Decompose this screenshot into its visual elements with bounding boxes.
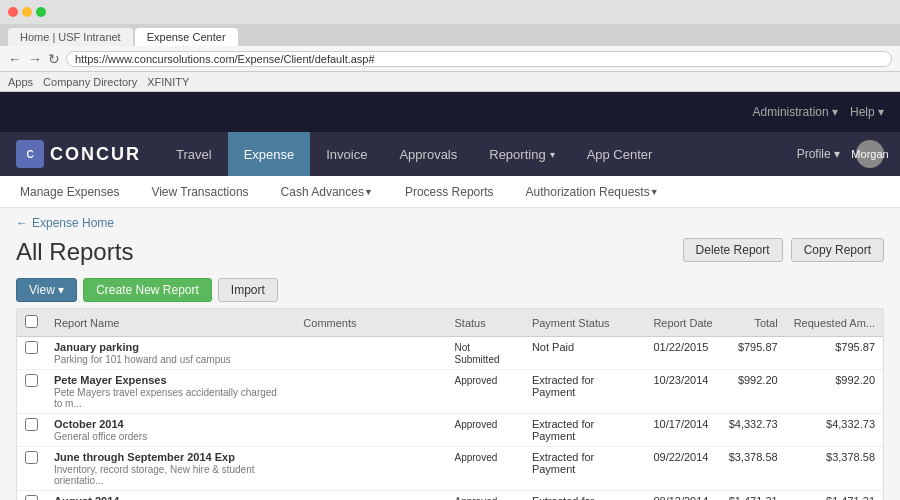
page-title: All Reports (16, 238, 133, 266)
view-button[interactable]: View ▾ (16, 278, 77, 302)
tab-home[interactable]: Home | USF Intranet (8, 28, 133, 46)
copy-report-button[interactable]: Copy Report (791, 238, 884, 262)
row-checkbox-0[interactable] (25, 341, 38, 354)
back-arrow-icon: ← (16, 216, 28, 230)
bookmark-xfinity[interactable]: XFINITY (147, 76, 189, 88)
row-checkbox-3[interactable] (25, 451, 38, 464)
window-controls (8, 7, 46, 17)
row-checkbox-cell (17, 447, 46, 491)
nav-travel[interactable]: Travel (160, 132, 228, 176)
toolbar: View ▾ Create New Report Import (0, 274, 900, 308)
row-payment-status-cell-4: Extracted for Payment (524, 491, 645, 501)
nav-app-center[interactable]: App Center (571, 132, 669, 176)
row-checkbox-cell (17, 491, 46, 501)
address-bar[interactable]: https://www.concursolutions.com/Expense/… (66, 51, 892, 67)
th-report-date: Report Date (645, 309, 720, 337)
row-report-name-cell: August 2014 Office inventory stock, stor… (46, 491, 295, 501)
admin-link[interactable]: Administration ▾ (753, 105, 838, 119)
status-badge-3: Approved (455, 452, 498, 463)
nav-approvals[interactable]: Approvals (383, 132, 473, 176)
report-name-3[interactable]: June through September 2014 Exp (54, 451, 287, 463)
help-link[interactable]: Help ▾ (850, 105, 884, 119)
nav-reporting[interactable]: Reporting▾ (473, 132, 570, 176)
subnav-authorization-requests[interactable]: Authorization Requests (522, 176, 663, 207)
user-avatar: Morgan (856, 140, 884, 168)
row-total-cell-0: $795.87 (721, 337, 786, 370)
profile-link[interactable]: Profile ▾ (797, 147, 840, 161)
row-checkbox-4[interactable] (25, 495, 38, 500)
import-button[interactable]: Import (218, 278, 278, 302)
table-header-row: Report Name Comments Status Payment Stat… (17, 309, 883, 337)
row-requested-cell-1: $992.20 (786, 370, 883, 414)
minimize-dot[interactable] (22, 7, 32, 17)
report-name-2[interactable]: October 2014 (54, 418, 287, 430)
header-right: Administration ▾ Help ▾ (753, 105, 884, 119)
row-comments-cell-1 (295, 370, 446, 414)
select-all-checkbox[interactable] (25, 315, 38, 328)
row-checkbox-1[interactable] (25, 374, 38, 387)
bookmark-apps[interactable]: Apps (8, 76, 33, 88)
status-badge-0: Not Submitted (455, 342, 500, 365)
nav-expense[interactable]: Expense (228, 132, 311, 176)
subnav-process-reports[interactable]: Process Reports (401, 176, 498, 207)
report-name-4[interactable]: August 2014 (54, 495, 287, 500)
th-total: Total (721, 309, 786, 337)
table-row[interactable]: June through September 2014 Exp Inventor… (17, 447, 883, 491)
browser-tabs: Home | USF Intranet Expense Center (0, 24, 900, 46)
table-row[interactable]: October 2014 General office orders Appro… (17, 414, 883, 447)
th-report-name: Report Name (46, 309, 295, 337)
main-nav: Travel Expense Invoice Approvals Reporti… (160, 132, 668, 176)
th-status: Status (447, 309, 524, 337)
row-date-cell-2: 10/17/2014 (645, 414, 720, 447)
bookmark-company-directory[interactable]: Company Directory (43, 76, 137, 88)
tab-expense[interactable]: Expense Center (135, 28, 238, 46)
status-badge-2: Approved (455, 419, 498, 430)
status-badge-4: Approved (455, 496, 498, 500)
row-checkbox-2[interactable] (25, 418, 38, 431)
row-requested-cell-0: $795.87 (786, 337, 883, 370)
nav-invoice[interactable]: Invoice (310, 132, 383, 176)
breadcrumb: ← Expense Home (0, 208, 900, 234)
bookmarks-bar: Apps Company Directory XFINITY (0, 72, 900, 92)
close-dot[interactable] (8, 7, 18, 17)
report-sub-1: Pete Mayers travel expenses accidentally… (54, 387, 287, 409)
row-status-cell-4: Approved (447, 491, 524, 501)
table-row[interactable]: Pete Mayer Expenses Pete Mayers travel e… (17, 370, 883, 414)
subnav-view-transactions[interactable]: View Transactions (147, 176, 252, 207)
report-sub-3: Inventory, record storage, New hire & st… (54, 464, 287, 486)
maximize-dot[interactable] (36, 7, 46, 17)
forward-button[interactable]: → (28, 51, 42, 67)
breadcrumb-link-text: Expense Home (32, 216, 114, 230)
row-comments-cell-4 (295, 491, 446, 501)
row-total-cell-3: $3,378.58 (721, 447, 786, 491)
row-comments-cell-3 (295, 447, 446, 491)
status-badge-1: Approved (455, 375, 498, 386)
breadcrumb-back[interactable]: ← Expense Home (16, 216, 114, 230)
report-name-1[interactable]: Pete Mayer Expenses (54, 374, 287, 386)
subnav-cash-advances[interactable]: Cash Advances (277, 176, 377, 207)
report-name-0[interactable]: January parking (54, 341, 287, 353)
sub-nav: Manage Expenses View Transactions Cash A… (0, 176, 900, 208)
table-row[interactable]: January parking Parking for 101 howard a… (17, 337, 883, 370)
back-button[interactable]: ← (8, 51, 22, 67)
logo-nav: C CONCUR Travel Expense Invoice Approval… (0, 132, 900, 176)
table-row[interactable]: August 2014 Office inventory stock, stor… (17, 491, 883, 501)
row-report-name-cell: Pete Mayer Expenses Pete Mayers travel e… (46, 370, 295, 414)
address-text: https://www.concursolutions.com/Expense/… (75, 53, 375, 65)
logo-area: C CONCUR (0, 140, 160, 168)
delete-report-button[interactable]: Delete Report (683, 238, 783, 262)
row-requested-cell-3: $3,378.58 (786, 447, 883, 491)
row-date-cell-4: 08/12/2014 (645, 491, 720, 501)
subnav-manage-expenses[interactable]: Manage Expenses (16, 176, 123, 207)
row-report-name-cell: October 2014 General office orders (46, 414, 295, 447)
th-comments: Comments (295, 309, 446, 337)
row-payment-status-cell-3: Extracted for Payment (524, 447, 645, 491)
main-content: ← Expense Home All Reports Delete Report… (0, 208, 900, 500)
row-status-cell-2: Approved (447, 414, 524, 447)
refresh-button[interactable]: ↻ (48, 51, 60, 67)
row-checkbox-cell (17, 337, 46, 370)
reports-table: Report Name Comments Status Payment Stat… (17, 309, 883, 500)
create-new-report-button[interactable]: Create New Report (83, 278, 212, 302)
concur-logo-text: CONCUR (50, 144, 141, 165)
row-status-cell-0: Not Submitted (447, 337, 524, 370)
